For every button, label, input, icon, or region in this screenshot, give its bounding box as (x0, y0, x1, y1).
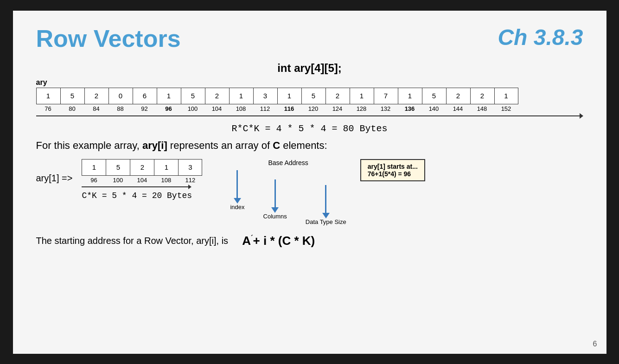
mini-addr-0: 96 (82, 177, 106, 184)
columns-label: Columns (263, 213, 287, 220)
arrow-down-line-2 (274, 179, 276, 207)
mem-cell-5: 1 (157, 88, 181, 104)
description-text: For this example array, ary[i] represent… (36, 140, 583, 152)
mem-cell-17: 2 (446, 88, 470, 104)
slide-title: Row Vectors (36, 25, 181, 52)
data-type-label: Data Type Size (306, 218, 346, 225)
mem-cell-16: 5 (422, 88, 446, 104)
formula-box: ary[1] starts at... 76+1(5*4) = 96 (360, 159, 425, 181)
addr-cell-12: 124 (325, 105, 350, 112)
base-address-label: Base Address (268, 159, 308, 166)
mem-cell-12: 2 (325, 88, 350, 104)
addr-cell-2: 84 (84, 105, 108, 112)
row-vector-section: ary[1] => 15213 96100104108112 C*K = 5 *… (36, 159, 583, 225)
arrow-down-head-2 (271, 207, 279, 213)
mem-cell-11: 5 (301, 88, 325, 104)
addr-cell-10: 116 (277, 105, 301, 112)
bytes-formula: R*C*K = 4 * 5 * 4 = 80 Bytes (36, 123, 583, 134)
array-declaration: int ary[4][5]; (36, 62, 583, 75)
mini-grid: 15213 (82, 159, 202, 176)
mem-cell-6: 5 (181, 88, 205, 104)
memory-grid: 15206152131521715221 (36, 88, 583, 104)
mini-cell-0: 1 (82, 159, 106, 176)
mini-cell-3: 1 (154, 159, 178, 176)
mini-cell-4: 3 (178, 159, 202, 176)
index-label: index (230, 204, 244, 211)
addr-cell-16: 140 (422, 105, 446, 112)
ary1-left: ary[1] => 15213 96100104108112 C*K = 5 *… (36, 159, 203, 203)
arrow-down-line-1 (236, 170, 238, 198)
chapter-label: Ch 3.8.3 (498, 25, 583, 50)
c-text: C (273, 140, 280, 151)
mem-cell-14: 7 (374, 88, 398, 104)
slide-number: 6 (593, 340, 597, 348)
formula-box-panel: ary[1] starts at... 76+1(5*4) = 96 (360, 159, 425, 181)
mini-arrow-row (82, 185, 202, 189)
header-row: Row Vectors Ch 3.8.3 (36, 25, 583, 52)
mem-cell-8: 1 (229, 88, 253, 104)
data-type-arrow-group: Data Type Size (306, 185, 346, 225)
ary-label: ary (36, 78, 583, 87)
bottom-formula: A´+ i * (C * K) (242, 234, 315, 248)
addr-cell-0: 76 (36, 105, 60, 112)
mini-addr-2: 104 (130, 177, 154, 184)
mem-cell-9: 3 (253, 88, 277, 104)
row-bottom: The starting address for a Row Vector, a… (36, 234, 583, 248)
mem-cell-13: 1 (350, 88, 374, 104)
formula-box-line2: 76+1(5*4) = 96 (368, 170, 411, 178)
mem-cell-1: 5 (60, 88, 84, 104)
columns-arrow-group: Columns (263, 179, 287, 225)
mem-cell-4: 6 (133, 88, 157, 104)
addr-cell-13: 128 (350, 105, 374, 112)
mem-cell-0: 1 (36, 88, 60, 104)
addr-cell-15: 136 (398, 105, 422, 112)
addr-cell-8: 108 (229, 105, 253, 112)
mini-addr-4: 112 (178, 177, 202, 184)
addr-cell-5: 96 (157, 105, 181, 112)
addr-cell-18: 148 (470, 105, 494, 112)
mem-cell-15: 1 (398, 88, 422, 104)
mini-addresses: 96100104108112 (82, 177, 202, 184)
memory-section: ary 15206152131521715221 768084889296100… (36, 78, 583, 119)
addr-cell-9: 112 (253, 105, 277, 112)
arrow-line (36, 115, 580, 116)
mem-cell-19: 1 (494, 88, 518, 104)
mini-cell-1: 5 (106, 159, 130, 176)
addr-cell-6: 100 (181, 105, 205, 112)
addr-cell-14: 132 (374, 105, 398, 112)
arrow-down-line-3 (325, 185, 326, 213)
arrows-container: index Columns Data Type Size (230, 170, 346, 225)
ary-i-text: ary[i] (142, 140, 167, 151)
addr-cell-11: 120 (301, 105, 325, 112)
mini-arrow-line (82, 186, 188, 187)
arrow-end (580, 113, 583, 119)
arrow-down-head-1 (234, 198, 241, 204)
mem-cell-10: 1 (277, 88, 301, 104)
arrow-row (36, 113, 583, 119)
mem-cell-18: 2 (470, 88, 494, 104)
mem-cell-2: 2 (84, 88, 108, 104)
addr-cell-1: 80 (60, 105, 84, 112)
formula-box-line1: ary[1] starts at... (368, 163, 418, 170)
mem-cell-3: 0 (108, 88, 133, 104)
mem-cell-7: 2 (205, 88, 229, 104)
mini-arrow-end (188, 185, 191, 189)
base-address-panel: Base Address index Columns Data Type Siz… (230, 159, 346, 225)
bottom-text: The starting address for a Row Vector, a… (36, 236, 229, 246)
ary1-label: ary[1] => (36, 173, 73, 184)
slide: Row Vectors Ch 3.8.3 int ary[4][5]; ary … (13, 11, 606, 354)
addr-cell-17: 144 (446, 105, 470, 112)
mini-addr-1: 100 (106, 177, 130, 184)
ck-formula: C*K = 5 * 4 = 20 Bytes (82, 191, 202, 200)
mini-addr-3: 108 (154, 177, 178, 184)
addr-cell-7: 104 (205, 105, 229, 112)
addr-cell-3: 88 (108, 105, 133, 112)
addresses-row: 7680848892961001041081121161201241281321… (36, 105, 583, 112)
index-arrow-group: index (230, 170, 244, 225)
addr-cell-19: 152 (494, 105, 518, 112)
arrow-down-head-3 (322, 213, 330, 218)
addr-cell-4: 92 (133, 105, 157, 112)
mini-cell-2: 2 (130, 159, 154, 176)
